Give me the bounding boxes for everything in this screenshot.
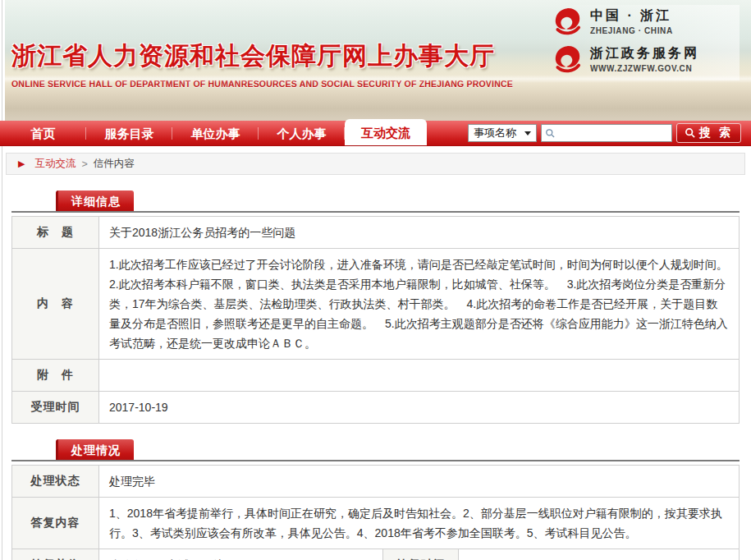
reply-time-label: 答复时间 [383, 549, 459, 560]
search-button-icon [685, 127, 696, 139]
nav-item-personal-affairs[interactable]: 个人办事 [259, 121, 345, 145]
reply-unit-value: 省公务员局考试录用处 [99, 549, 383, 560]
detail-table: 标 题 关于2018浙江公务员招考的一些问题 内 容 1.此次招考工作应该已经过… [11, 216, 740, 424]
site-title: 浙江省人力资源和社会保障厅网上办事大厅 [11, 39, 513, 73]
breadcrumb-link-interaction[interactable]: 互动交流 [34, 157, 76, 171]
nav-search-area: 事项名称 搜 索 [468, 121, 751, 145]
detail-section-badge: 详细信息 [56, 190, 134, 211]
search-icon [545, 128, 556, 139]
breadcrumb: ▶ 互动交流 > 信件内容 [6, 153, 745, 175]
content-value: 1.此次招考工作应该已经过了开会讨论阶段，进入准备环境，请问是否已经敲定笔试时间… [99, 249, 740, 360]
reply-time-value: 2017-10-20 [459, 549, 740, 560]
table-row: 内 容 1.此次招考工作应该已经过了开会讨论阶段，进入准备环境，请问是否已经敲定… [12, 249, 740, 360]
reply-unit-label: 答复单位 [12, 549, 99, 560]
chevron-down-icon [524, 131, 531, 135]
zhejiang-swirl-icon [551, 5, 584, 38]
reply-content-value: 1、2018年省考提前举行，具体时间正在研究，确定后及时告知社会。2、部分基层一… [99, 498, 740, 549]
search-category-label: 事项名称 [474, 126, 516, 140]
main-nav: 首页 服务目录 单位办事 个人办事 互动交流 事项名称 搜 [0, 121, 751, 146]
process-table: 处理状态 处理完毕 答复内容 1、2018年省考提前举行，具体时间正在研究，确定… [11, 465, 740, 560]
china-zhejiang-logo: 中国 · 浙江 ZHEJIANG · CHINA [551, 5, 740, 38]
search-input[interactable] [558, 127, 668, 139]
nav-item-unit-affairs[interactable]: 单位办事 [172, 121, 259, 145]
site-header: 浙江省人力资源和社会保障厅网上办事大厅 ONLINE SERVICE HALL … [5, 0, 751, 121]
nav-item-home[interactable]: 首页 [0, 121, 86, 145]
process-section-badge: 处理情况 [56, 439, 134, 460]
nav-item-interaction[interactable]: 互动交流 [345, 119, 427, 145]
table-row: 标 题 关于2018浙江公务员招考的一些问题 [12, 217, 740, 249]
logo-en-text: WWW.ZJZWFW.GOV.CN [590, 64, 699, 73]
status-value: 处理完毕 [99, 466, 740, 498]
table-row: 处理状态 处理完毕 [12, 466, 740, 498]
site-subtitle: ONLINE SERVICE HALL OF DEPARTMENT OF HUM… [11, 79, 513, 89]
table-row: 附 件 [12, 360, 740, 392]
window-edge-line [2, 0, 2, 560]
status-label: 处理状态 [12, 466, 99, 498]
title-label: 标 题 [12, 217, 99, 249]
table-row: 答复内容 1、2018年省考提前举行，具体时间正在研究，确定后及时告知社会。2、… [12, 498, 740, 549]
detail-section-header: 详细信息 [11, 190, 740, 213]
logo-cn-text: 中国 · 浙江 [590, 7, 673, 25]
attachment-value [99, 360, 740, 392]
main-content: 详细信息 标 题 关于2018浙江公务员招考的一些问题 内 容 1.此次招考工作… [0, 190, 751, 560]
title-value: 关于2018浙江公务员招考的一些问题 [99, 217, 740, 249]
process-section-header: 处理情况 [11, 439, 740, 461]
nav-item-service-catalog[interactable]: 服务目录 [86, 121, 172, 145]
attachment-label: 附 件 [12, 360, 99, 392]
logo-cn-text: 浙江政务服务网 [590, 45, 699, 62]
reply-content-label: 答复内容 [12, 498, 99, 549]
search-button[interactable]: 搜 索 [676, 123, 741, 143]
table-row: 受理时间 2017-10-19 [12, 392, 740, 424]
search-category-select[interactable]: 事项名称 [468, 124, 537, 142]
logo-area: 中国 · 浙江 ZHEJIANG · CHINA 浙江政务服务网 WWW.ZJZ… [551, 5, 740, 80]
zjzwfw-logo: 浙江政务服务网 WWW.ZJZWFW.GOV.CN [551, 43, 740, 76]
table-row: 答复单位 省公务员局考试录用处 答复时间 2017-10-20 [12, 549, 740, 560]
logo-en-text: ZHEJIANG · CHINA [590, 26, 673, 35]
search-box [541, 124, 672, 142]
accept-time-label: 受理时间 [12, 392, 99, 424]
breadcrumb-current: 信件内容 [94, 157, 135, 171]
breadcrumb-separator: > [81, 158, 87, 170]
breadcrumb-arrow-icon: ▶ [18, 158, 25, 169]
accept-time-value: 2017-10-19 [99, 392, 740, 424]
search-button-label: 搜 索 [699, 126, 733, 140]
content-label: 内 容 [12, 249, 99, 360]
zhejiang-swirl-icon [551, 43, 584, 76]
